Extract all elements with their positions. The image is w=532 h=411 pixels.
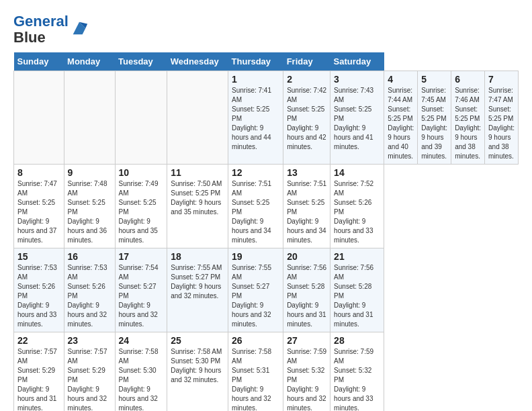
calendar-cell: 7Sunrise: 7:47 AMSunset: 5:25 PMDaylight… bbox=[485, 71, 519, 165]
calendar-cell: 9Sunrise: 7:48 AMSunset: 5:25 PMDaylight… bbox=[64, 165, 115, 248]
calendar-cell: 18Sunrise: 7:55 AMSunset: 5:27 PMDayligh… bbox=[167, 248, 228, 332]
logo: GeneralBlue bbox=[13, 13, 89, 46]
day-info: Sunrise: 7:47 AMSunset: 5:25 PMDaylight:… bbox=[17, 179, 60, 245]
day-info: Sunrise: 7:57 AMSunset: 5:29 PMDaylight:… bbox=[17, 347, 60, 411]
calendar-week-row: 15Sunrise: 7:53 AMSunset: 5:26 PMDayligh… bbox=[14, 248, 519, 332]
day-number: 7 bbox=[488, 74, 515, 85]
day-number: 10 bbox=[119, 167, 164, 178]
day-number: 12 bbox=[232, 167, 279, 178]
day-number: 14 bbox=[334, 167, 380, 178]
weekday-header-wednesday: Wednesday bbox=[167, 52, 228, 71]
weekday-header-row: SundayMondayTuesdayWednesdayThursdayFrid… bbox=[14, 52, 519, 71]
calendar-cell: 27Sunrise: 7:59 AMSunset: 5:32 PMDayligh… bbox=[283, 332, 330, 411]
calendar-cell: 8Sunrise: 7:47 AMSunset: 5:25 PMDaylight… bbox=[14, 165, 64, 248]
day-info: Sunrise: 7:55 AMSunset: 5:27 PMDaylight:… bbox=[232, 263, 279, 329]
day-number: 6 bbox=[455, 74, 481, 85]
page-header: GeneralBlue bbox=[13, 13, 519, 46]
logo-text: GeneralBlue bbox=[13, 13, 69, 46]
day-number: 1 bbox=[232, 74, 279, 85]
day-info: Sunrise: 7:54 AMSunset: 5:27 PMDaylight:… bbox=[119, 263, 164, 329]
day-info: Sunrise: 7:48 AMSunset: 5:25 PMDaylight:… bbox=[68, 179, 112, 245]
logo-icon bbox=[70, 19, 89, 38]
day-info: Sunrise: 7:41 AMSunset: 5:25 PMDaylight:… bbox=[232, 86, 279, 152]
calendar-cell bbox=[64, 71, 115, 165]
day-info: Sunrise: 7:46 AMSunset: 5:25 PMDaylight:… bbox=[455, 86, 481, 161]
day-number: 3 bbox=[334, 74, 380, 85]
day-info: Sunrise: 7:42 AMSunset: 5:25 PMDaylight:… bbox=[287, 86, 326, 152]
weekday-header-friday: Friday bbox=[283, 52, 330, 71]
calendar-cell: 4Sunrise: 7:44 AMSunset: 5:25 PMDaylight… bbox=[384, 71, 418, 165]
calendar-cell: 10Sunrise: 7:49 AMSunset: 5:25 PMDayligh… bbox=[115, 165, 167, 248]
day-number: 18 bbox=[171, 251, 224, 262]
day-number: 20 bbox=[287, 251, 326, 262]
day-number: 8 bbox=[17, 167, 60, 178]
calendar-cell bbox=[115, 71, 167, 165]
calendar-cell: 15Sunrise: 7:53 AMSunset: 5:26 PMDayligh… bbox=[14, 248, 64, 332]
day-info: Sunrise: 7:47 AMSunset: 5:25 PMDaylight:… bbox=[488, 86, 515, 161]
calendar-cell: 3Sunrise: 7:43 AMSunset: 5:25 PMDaylight… bbox=[330, 71, 384, 165]
day-info: Sunrise: 7:51 AMSunset: 5:25 PMDaylight:… bbox=[232, 179, 279, 245]
calendar-week-row: 8Sunrise: 7:47 AMSunset: 5:25 PMDaylight… bbox=[14, 165, 519, 248]
day-info: Sunrise: 7:59 AMSunset: 5:32 PMDaylight:… bbox=[287, 347, 326, 411]
day-number: 13 bbox=[287, 167, 326, 178]
weekday-header-monday: Monday bbox=[64, 52, 115, 71]
calendar-cell bbox=[167, 71, 228, 165]
day-number: 9 bbox=[68, 167, 112, 178]
calendar-cell: 26Sunrise: 7:58 AMSunset: 5:31 PMDayligh… bbox=[228, 332, 283, 411]
day-number: 2 bbox=[287, 74, 326, 85]
calendar-cell: 16Sunrise: 7:53 AMSunset: 5:26 PMDayligh… bbox=[64, 248, 115, 332]
day-number: 17 bbox=[119, 251, 164, 262]
weekday-header-tuesday: Tuesday bbox=[115, 52, 167, 71]
day-info: Sunrise: 7:59 AMSunset: 5:32 PMDaylight:… bbox=[334, 347, 380, 411]
day-info: Sunrise: 7:53 AMSunset: 5:26 PMDaylight:… bbox=[17, 263, 60, 329]
day-info: Sunrise: 7:58 AMSunset: 5:31 PMDaylight:… bbox=[232, 347, 279, 411]
day-number: 21 bbox=[334, 251, 380, 262]
day-number: 4 bbox=[388, 74, 414, 85]
calendar-cell: 2Sunrise: 7:42 AMSunset: 5:25 PMDaylight… bbox=[283, 71, 330, 165]
day-info: Sunrise: 7:56 AMSunset: 5:28 PMDaylight:… bbox=[334, 263, 380, 329]
calendar-cell: 11Sunrise: 7:50 AMSunset: 5:25 PMDayligh… bbox=[167, 165, 228, 248]
day-info: Sunrise: 7:51 AMSunset: 5:25 PMDaylight:… bbox=[287, 179, 326, 245]
day-info: Sunrise: 7:50 AMSunset: 5:25 PMDaylight:… bbox=[171, 179, 224, 217]
day-info: Sunrise: 7:44 AMSunset: 5:25 PMDaylight:… bbox=[388, 86, 414, 161]
day-number: 11 bbox=[171, 167, 224, 178]
day-number: 15 bbox=[17, 251, 60, 262]
day-info: Sunrise: 7:55 AMSunset: 5:27 PMDaylight:… bbox=[171, 263, 224, 301]
calendar-cell: 6Sunrise: 7:46 AMSunset: 5:25 PMDaylight… bbox=[451, 71, 485, 165]
calendar-cell: 25Sunrise: 7:58 AMSunset: 5:30 PMDayligh… bbox=[167, 332, 228, 411]
weekday-header-saturday: Saturday bbox=[330, 52, 384, 71]
day-info: Sunrise: 7:45 AMSunset: 5:25 PMDaylight:… bbox=[421, 86, 447, 161]
calendar-cell: 28Sunrise: 7:59 AMSunset: 5:32 PMDayligh… bbox=[330, 332, 384, 411]
calendar-cell: 14Sunrise: 7:52 AMSunset: 5:26 PMDayligh… bbox=[330, 165, 384, 248]
day-number: 5 bbox=[421, 74, 447, 85]
day-number: 19 bbox=[232, 251, 279, 262]
day-info: Sunrise: 7:49 AMSunset: 5:25 PMDaylight:… bbox=[119, 179, 164, 245]
day-info: Sunrise: 7:53 AMSunset: 5:26 PMDaylight:… bbox=[68, 263, 112, 329]
day-number: 25 bbox=[171, 335, 224, 346]
calendar-cell: 19Sunrise: 7:55 AMSunset: 5:27 PMDayligh… bbox=[228, 248, 283, 332]
day-info: Sunrise: 7:58 AMSunset: 5:30 PMDaylight:… bbox=[171, 347, 224, 385]
calendar-cell: 1Sunrise: 7:41 AMSunset: 5:25 PMDaylight… bbox=[228, 71, 283, 165]
weekday-header-thursday: Thursday bbox=[228, 52, 283, 71]
calendar-cell: 21Sunrise: 7:56 AMSunset: 5:28 PMDayligh… bbox=[330, 248, 384, 332]
calendar-cell: 12Sunrise: 7:51 AMSunset: 5:25 PMDayligh… bbox=[228, 165, 283, 248]
day-info: Sunrise: 7:58 AMSunset: 5:30 PMDaylight:… bbox=[119, 347, 164, 411]
day-number: 16 bbox=[68, 251, 112, 262]
calendar-cell: 5Sunrise: 7:45 AMSunset: 5:25 PMDaylight… bbox=[418, 71, 451, 165]
day-number: 28 bbox=[334, 335, 380, 346]
calendar-cell bbox=[14, 71, 64, 165]
day-number: 22 bbox=[17, 335, 60, 346]
day-info: Sunrise: 7:57 AMSunset: 5:29 PMDaylight:… bbox=[68, 347, 112, 411]
calendar-week-row: 22Sunrise: 7:57 AMSunset: 5:29 PMDayligh… bbox=[14, 332, 519, 411]
day-number: 26 bbox=[232, 335, 279, 346]
calendar-cell: 23Sunrise: 7:57 AMSunset: 5:29 PMDayligh… bbox=[64, 332, 115, 411]
calendar-table: SundayMondayTuesdayWednesdayThursdayFrid… bbox=[13, 52, 519, 411]
day-number: 24 bbox=[119, 335, 164, 346]
day-number: 27 bbox=[287, 335, 326, 346]
calendar-cell: 22Sunrise: 7:57 AMSunset: 5:29 PMDayligh… bbox=[14, 332, 64, 411]
weekday-header-sunday: Sunday bbox=[14, 52, 64, 71]
day-info: Sunrise: 7:56 AMSunset: 5:28 PMDaylight:… bbox=[287, 263, 326, 329]
calendar-cell: 13Sunrise: 7:51 AMSunset: 5:25 PMDayligh… bbox=[283, 165, 330, 248]
day-info: Sunrise: 7:52 AMSunset: 5:26 PMDaylight:… bbox=[334, 179, 380, 245]
calendar-cell: 17Sunrise: 7:54 AMSunset: 5:27 PMDayligh… bbox=[115, 248, 167, 332]
